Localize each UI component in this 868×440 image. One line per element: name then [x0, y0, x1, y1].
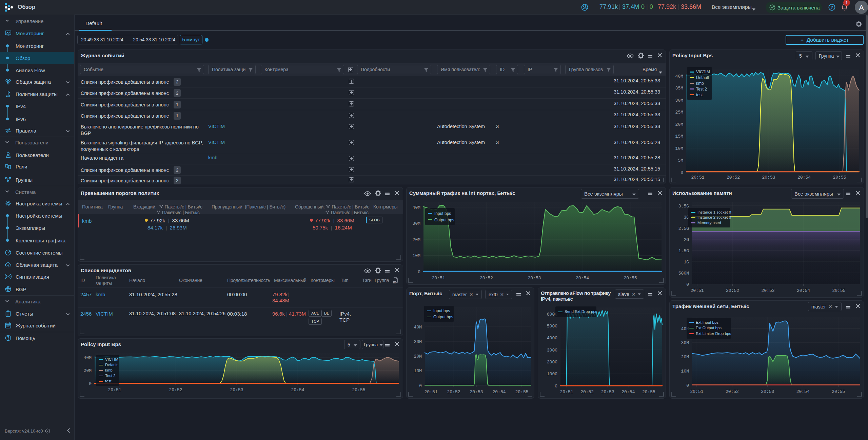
- svg-text:1.5G: 1.5G: [678, 248, 689, 254]
- svg-text:15M: 15M: [675, 134, 683, 139]
- svg-text:3.5G: 3.5G: [678, 204, 689, 209]
- svg-text:30M: 30M: [414, 339, 422, 344]
- svg-text:20:55: 20:55: [352, 387, 365, 393]
- svg-text:20:54: 20:54: [797, 288, 810, 293]
- svg-text:20:51: 20:51: [690, 389, 703, 394]
- svg-text:20:52: 20:52: [726, 389, 739, 394]
- svg-text:20:55: 20:55: [624, 276, 637, 281]
- svg-text:20:53: 20:53: [470, 389, 483, 395]
- svg-text:20:54: 20:54: [576, 276, 589, 281]
- svg-text:10M: 10M: [681, 369, 689, 374]
- svg-text:2000: 2000: [547, 360, 557, 365]
- svg-text:30M: 30M: [413, 221, 420, 226]
- svg-text:4000: 4000: [547, 336, 557, 341]
- svg-text:20M: 20M: [84, 368, 92, 373]
- svg-text:20:51: 20:51: [691, 175, 704, 180]
- svg-text:0: 0: [419, 383, 422, 388]
- svg-text:20:52: 20:52: [580, 389, 594, 395]
- svg-text:20:54: 20:54: [796, 389, 810, 394]
- svg-text:20M: 20M: [675, 122, 683, 127]
- svg-text:1000: 1000: [547, 372, 557, 377]
- svg-text:20:55: 20:55: [515, 389, 528, 395]
- svg-text:20:55: 20:55: [833, 175, 846, 180]
- svg-text:40M: 40M: [84, 355, 92, 360]
- svg-text:40M: 40M: [413, 205, 420, 210]
- svg-text:20:54: 20:54: [492, 389, 506, 395]
- svg-text:20:55: 20:55: [642, 389, 655, 395]
- svg-text:20:53: 20:53: [761, 389, 774, 394]
- svg-text:20:51: 20:51: [424, 389, 437, 395]
- svg-text:5M: 5M: [678, 158, 683, 163]
- svg-text:20:55: 20:55: [832, 389, 845, 394]
- svg-text:20:53: 20:53: [761, 288, 774, 293]
- svg-text:20:53: 20:53: [762, 175, 775, 180]
- svg-text:5000: 5000: [547, 324, 557, 329]
- svg-text:10M: 10M: [675, 146, 683, 151]
- svg-text:40M: 40M: [675, 74, 683, 79]
- svg-text:20:51: 20:51: [690, 288, 704, 293]
- svg-text:35M: 35M: [675, 86, 683, 91]
- svg-text:0: 0: [89, 381, 92, 386]
- svg-text:30M: 30M: [675, 98, 683, 103]
- svg-text:20M: 20M: [681, 355, 689, 360]
- svg-text:20:52: 20:52: [480, 276, 493, 281]
- svg-text:0: 0: [686, 383, 689, 388]
- svg-text:20:53: 20:53: [601, 389, 614, 395]
- svg-text:20:54: 20:54: [291, 387, 304, 393]
- svg-text:0: 0: [418, 269, 420, 275]
- svg-text:20:53: 20:53: [230, 387, 243, 393]
- svg-text:20M: 20M: [413, 237, 420, 242]
- svg-text:1G: 1G: [684, 260, 689, 265]
- svg-text:2G: 2G: [684, 237, 689, 242]
- svg-text:20:54: 20:54: [797, 175, 811, 180]
- svg-text:20:54: 20:54: [622, 389, 635, 395]
- svg-text:20:53: 20:53: [528, 276, 541, 281]
- svg-text:40M: 40M: [414, 325, 422, 330]
- svg-text:25M: 25M: [675, 110, 683, 115]
- svg-text:20:51: 20:51: [432, 276, 445, 281]
- svg-text:20:55: 20:55: [832, 288, 845, 293]
- svg-text:?: ?: [831, 5, 833, 10]
- svg-text:20:52: 20:52: [727, 175, 740, 180]
- svg-text:20:52: 20:52: [169, 387, 182, 393]
- svg-text:20M: 20M: [414, 354, 422, 359]
- svg-text:0: 0: [680, 170, 683, 175]
- svg-text:2.5G: 2.5G: [678, 226, 689, 231]
- svg-text:10M: 10M: [414, 368, 422, 374]
- svg-text:10M: 10M: [413, 253, 420, 258]
- svg-text:30M: 30M: [681, 340, 689, 345]
- svg-text:CSV: CSV: [393, 281, 396, 283]
- svg-text:3000: 3000: [547, 348, 557, 353]
- svg-text:500M: 500M: [678, 271, 689, 276]
- svg-text:20:51: 20:51: [560, 389, 573, 395]
- svg-text:20:52: 20:52: [447, 389, 460, 395]
- svg-text:20:52: 20:52: [726, 288, 739, 293]
- svg-text:0: 0: [686, 282, 689, 287]
- svg-text:0: 0: [555, 384, 557, 389]
- svg-text:20:51: 20:51: [108, 387, 121, 393]
